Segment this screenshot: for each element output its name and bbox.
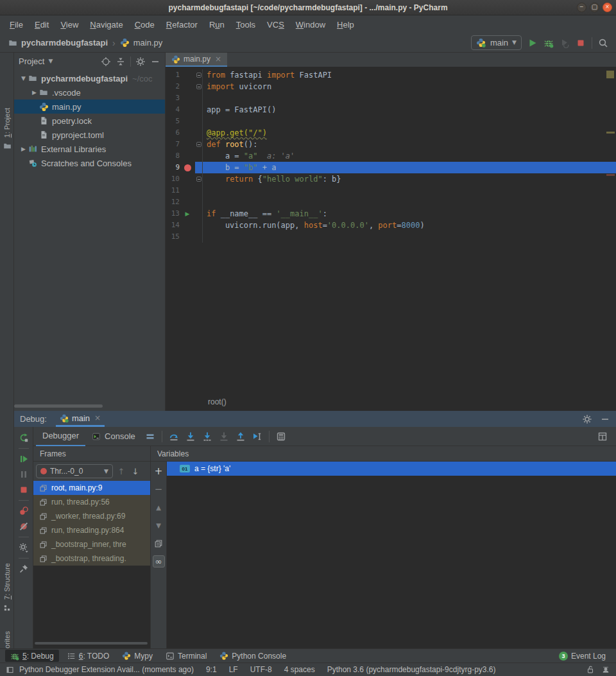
frame-row[interactable]: _worker, thread.py:69 (33, 509, 150, 523)
stop-button[interactable] (576, 38, 586, 48)
frame-row[interactable]: _bootstrap, threading. (33, 551, 150, 566)
breakpoint-stripe-mark[interactable] (606, 174, 615, 176)
toolwindow-button-mypy[interactable]: Mypy (117, 650, 158, 662)
code-area[interactable]: 1from fastapi import FastAPI2import uvic… (166, 67, 616, 393)
menu-window[interactable]: Window (290, 20, 331, 30)
gear-button[interactable] (135, 56, 146, 67)
menu-refactor[interactable]: Refactor (160, 20, 203, 30)
gutter-marker[interactable] (180, 150, 195, 162)
evaluate-button[interactable] (273, 428, 289, 445)
step-over-button[interactable] (166, 428, 182, 445)
frames-horizontal-scrollbar[interactable] (35, 642, 148, 645)
breadcrumb-file[interactable]: main.py (133, 38, 163, 48)
line-ending[interactable]: LF (229, 665, 238, 674)
tree-item-main-py[interactable]: main.py (14, 100, 165, 114)
fold-column[interactable] (195, 220, 203, 231)
tree-collapse-arrow[interactable]: ▶ (30, 90, 38, 96)
toolwindow-button-terminal[interactable]: Terminal (160, 650, 212, 662)
toolwindow-button-5-debug[interactable]: 5: Debug (5, 650, 59, 662)
run-configuration-select[interactable]: main ▼ (471, 35, 522, 50)
fold-column[interactable] (195, 69, 203, 81)
menu-vcs[interactable]: VCS (261, 20, 290, 30)
toggle-toolwindows-icon[interactable] (6, 666, 14, 674)
thread-select[interactable]: Thr...-0_0 ▼ (36, 464, 113, 478)
gutter-marker[interactable] (180, 69, 195, 81)
project-panel-title[interactable]: Project (19, 56, 44, 66)
gutter-marker[interactable] (180, 196, 195, 208)
tree-expand-arrow[interactable]: ▼ (19, 76, 28, 82)
menu-code[interactable]: Code (129, 20, 160, 30)
step-into-button[interactable] (182, 428, 199, 445)
gutter-marker[interactable] (180, 220, 195, 231)
remove-watch-button[interactable]: − (153, 483, 165, 496)
breakpoint-icon[interactable] (180, 162, 195, 173)
maximize-button[interactable]: ▢ (590, 3, 599, 12)
locate-button[interactable] (101, 56, 111, 67)
fold-column[interactable] (195, 196, 203, 208)
run-to-cursor-button[interactable] (249, 428, 266, 445)
pause-button[interactable] (17, 467, 31, 482)
fold-column[interactable] (195, 104, 203, 116)
tab-console[interactable]: Console (85, 427, 142, 446)
interpreter[interactable]: Python 3.6 (pycharmdebugfastapi-9cdjtyrg… (327, 665, 496, 674)
move-down-button[interactable]: ▼ (153, 519, 165, 532)
layout-menu-button[interactable] (142, 428, 158, 445)
gutter-marker[interactable] (180, 185, 195, 196)
gutter-marker[interactable] (180, 92, 195, 104)
fold-column[interactable] (195, 81, 203, 92)
fold-column[interactable] (195, 231, 203, 243)
tree-item-pycharmdebugfastapi[interactable]: ▼pycharmdebugfastapi~/coc (14, 71, 165, 85)
frame-row[interactable]: _bootstrap_inner, thre (33, 537, 150, 551)
file-encoding[interactable]: UTF-8 (250, 665, 272, 674)
gear-icon[interactable] (582, 414, 592, 424)
show-watches-button[interactable]: ∞ (153, 555, 165, 568)
event-log-button[interactable]: 3 Event Log (554, 650, 611, 662)
toolwindow-button-6-todo[interactable]: 6: TODO (62, 650, 115, 662)
gutter-marker[interactable] (180, 139, 195, 150)
menu-view[interactable]: View (55, 20, 84, 30)
caret-position[interactable]: 9:1 (206, 665, 217, 674)
fold-column[interactable] (195, 173, 203, 185)
fold-column[interactable] (195, 116, 203, 127)
minimize-button[interactable]: − (577, 3, 586, 12)
collapse-all-button[interactable] (116, 56, 126, 67)
tree-item-scratches-and-consoles[interactable]: Scratches and Consoles (14, 156, 165, 170)
tab-debugger[interactable]: Debugger (36, 427, 85, 446)
close-button[interactable]: × (603, 3, 612, 12)
gutter-marker[interactable] (180, 127, 195, 139)
gutter-marker[interactable] (180, 116, 195, 127)
fold-column[interactable] (195, 150, 203, 162)
fold-column[interactable] (195, 127, 203, 139)
gutter-marker[interactable] (180, 231, 195, 243)
tree-item-poetry-lock[interactable]: poetry.lock (14, 114, 165, 128)
duplicate-watch-button[interactable] (153, 537, 165, 550)
tree-item--vscode[interactable]: ▶.vscode (14, 85, 165, 100)
frame-row[interactable]: root, main.py:9 (33, 481, 150, 495)
run-gutter-icon[interactable]: ▶ (180, 208, 195, 220)
resume-button[interactable] (17, 451, 31, 467)
scope-breadcrumb[interactable]: root() (208, 397, 227, 406)
stop-button[interactable] (17, 482, 31, 498)
variable-row[interactable]: 01a = {str} 'a' (167, 462, 616, 476)
add-watch-button[interactable]: + (153, 465, 165, 478)
menu-run[interactable]: Run (203, 20, 230, 30)
editor-tab-main-py[interactable]: main.py × (166, 53, 227, 67)
tree-item-pyproject-toml[interactable]: pyproject.toml (14, 128, 165, 142)
tree-collapse-arrow[interactable]: ▶ (19, 146, 28, 152)
run-button[interactable] (527, 38, 538, 48)
project-horizontal-scrollbar[interactable] (14, 404, 166, 408)
toolwindow-button-python-console[interactable]: Python Console (214, 650, 291, 662)
rerun-button[interactable] (17, 430, 31, 446)
warning-stripe-mark[interactable] (606, 132, 615, 134)
menu-tools[interactable]: Tools (230, 20, 261, 30)
close-icon[interactable]: × (94, 414, 101, 422)
breadcrumb-project[interactable]: pycharmdebugfastapi (21, 38, 108, 48)
restore-layout-button[interactable] (594, 428, 611, 445)
close-icon[interactable]: × (215, 55, 221, 63)
fold-column[interactable] (195, 208, 203, 220)
settings-button[interactable] (17, 540, 31, 555)
sidebar-item-project[interactable]: 1: Project (0, 108, 14, 151)
frame-row[interactable]: run, thread.py:56 (33, 495, 150, 509)
mute-breakpoints-button[interactable] (17, 519, 31, 534)
search-everywhere-icon[interactable] (598, 38, 608, 48)
